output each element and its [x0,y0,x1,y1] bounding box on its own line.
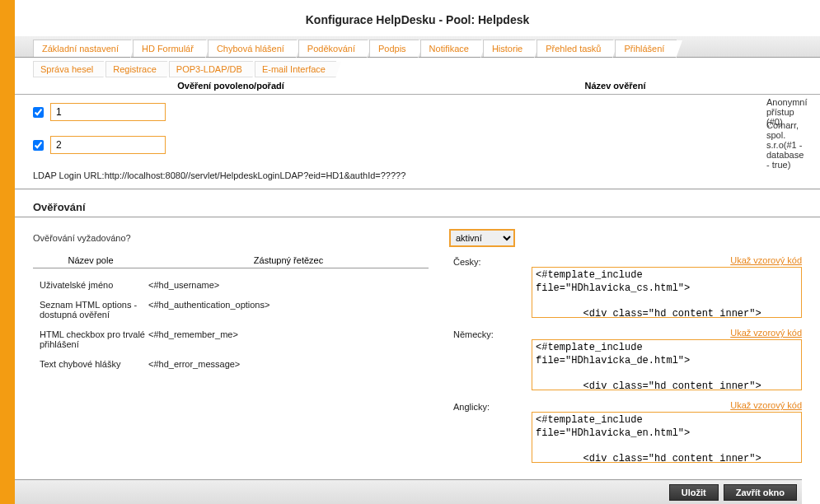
main-tabs: Základní nastavení HD Formulář Chybová h… [15,36,820,58]
template-textarea-en[interactable] [532,412,802,463]
tab-prihlaseni[interactable]: Přihlášení [615,40,677,57]
field-header-placeholder: Zástupný řetězec [148,255,429,265]
show-sample-link-en[interactable]: Ukaž vzorový kód [532,400,802,410]
field-header-name: Název pole [33,255,148,265]
field-name: HTML checkbox pro trvalé přihlášení [33,329,148,349]
header-name: Název ověření [429,81,802,91]
auth-order-input-1[interactable] [50,136,166,154]
header-order: Ověření povoleno/pořadí [33,81,429,91]
column-headers: Ověření povoleno/pořadí Název ověření [15,79,820,95]
tab-zakladni[interactable]: Základní nastavení [33,40,131,57]
subtab-email[interactable]: E-mail Interface [255,61,336,77]
required-select[interactable]: aktivní [449,229,515,247]
template-block-de: Německy: Ukaž vzorový kód [453,328,802,392]
template-label-cs: Česky: [453,255,532,267]
field-row: Text chybové hlášky <#hd_error_message> [33,354,429,374]
save-button[interactable]: Uložit [669,484,719,501]
template-label-de: Německy: [453,328,532,339]
close-button[interactable]: Zavřít okno [724,484,797,501]
ldap-url-text: LDAP Login URL:http://localhost:8080//se… [15,169,820,189]
tab-hd-formular[interactable]: HD Formulář [133,40,206,57]
tab-prehled[interactable]: Přehled tasků [537,40,613,57]
tab-notifikace[interactable]: Notifikace [420,40,481,57]
section-heading: Ověřování [15,189,820,217]
auth-rows: Anonymní přístup (#0) Comarr, spol. s.r.… [15,95,820,154]
field-name: Uživatelské jméno [33,280,148,290]
field-row: HTML checkbox pro trvalé přihlášení <#hd… [33,324,429,354]
tab-podekovani[interactable]: Poděkování [298,40,368,57]
template-textarea-cs[interactable] [532,267,802,318]
show-sample-link-cs[interactable]: Ukaž vzorový kód [532,255,802,265]
fields-table: Název pole Zástupný řetězec Uživatelské … [33,255,429,473]
page-title: Konfigurace HelpDesku - Pool: Helpdesk [15,0,820,36]
tab-historie[interactable]: Historie [483,40,535,57]
template-block-cs: Česky: Ukaž vzorový kód [453,255,802,320]
auth-row: Comarr, spol. s.r.o(#1 - database - true… [33,136,802,154]
templates-column: Česky: Ukaž vzorový kód Německy: Ukaž vz… [453,255,802,473]
auth-order-input-0[interactable] [50,103,166,121]
auth-name-1: Comarr, spol. s.r.o(#1 - database - true… [766,120,804,170]
auth-row: Anonymní přístup (#0) [33,103,802,121]
template-textarea-de[interactable] [532,339,802,390]
field-name: Text chybové hlášky [33,359,148,369]
show-sample-link-de[interactable]: Ukaž vzorový kód [532,328,802,338]
tab-chybova[interactable]: Chybová hlášení [208,40,297,57]
subtab-pop3[interactable]: POP3-LDAP/DB [169,61,253,77]
field-placeholder: <#hd_authentication_options> [148,300,429,320]
field-placeholder: <#hd_username> [148,280,429,290]
fields-area: Název pole Zástupný řetězec Uživatelské … [15,255,820,473]
field-row: Uživatelské jméno <#hd_username> [33,275,429,295]
side-accent [0,0,15,504]
app-window: Konfigurace HelpDesku - Pool: Helpdesk Z… [0,0,820,504]
field-name: Seznam HTML options - dostupná ověření [33,300,148,320]
field-row: Seznam HTML options - dostupná ověření <… [33,295,429,324]
subtab-sprava-hesel[interactable]: Správa hesel [33,61,104,77]
required-label: Ověřování vyžadováno? [33,233,449,243]
auth-checkbox-0[interactable] [33,107,44,118]
template-block-en: Anglicky: Ukaž vzorový kód [453,400,802,464]
field-placeholder: <#hd_error_message> [148,359,429,369]
tab-podpis[interactable]: Podpis [369,40,419,57]
subtab-registrace[interactable]: Registrace [105,61,167,77]
field-placeholder: <#hd_remember_me> [148,329,429,349]
template-label-en: Anglicky: [453,400,532,412]
sub-tabs: Správa hesel Registrace POP3-LDAP/DB E-m… [15,58,820,79]
footer-bar: Uložit Zavřít okno [15,479,802,504]
required-row: Ověřování vyžadováno? aktivní [15,226,820,255]
auth-checkbox-1[interactable] [33,140,44,151]
